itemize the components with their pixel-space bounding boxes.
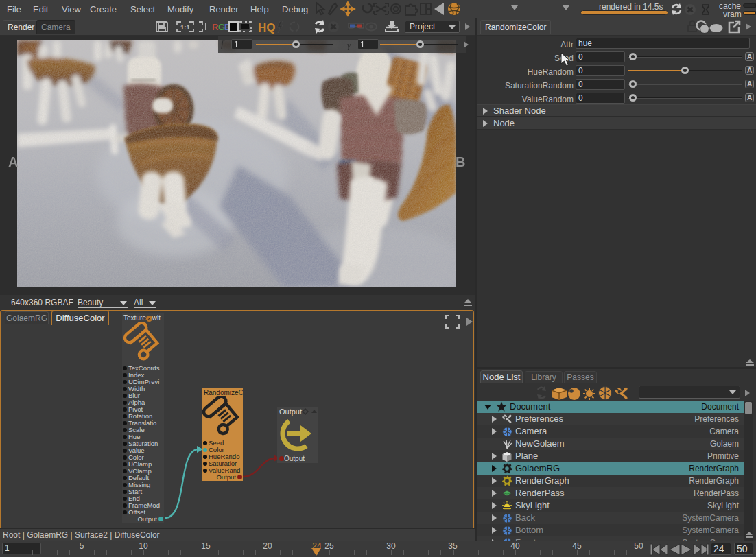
svg-text:f: f (221, 39, 225, 49)
svg-text:γ: γ (347, 40, 351, 50)
svg-text:1:1: 1:1 (180, 23, 190, 31)
svg-text:HQ: HQ (258, 21, 276, 34)
